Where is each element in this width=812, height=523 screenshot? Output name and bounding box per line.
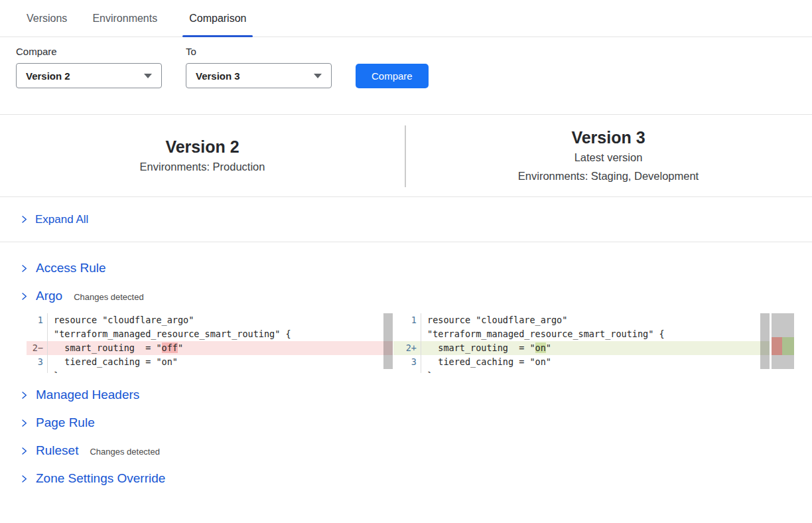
code-text: tiered_caching = "on" <box>421 355 551 369</box>
section-label: Page Rule <box>36 415 95 430</box>
line-number <box>393 327 421 341</box>
compare-to-select[interactable]: Version 3 <box>186 63 332 88</box>
code-text: smart_routing = "on" <box>421 341 551 355</box>
removed-token: off <box>162 342 178 353</box>
version-right-environments: Environments: Staging, Development <box>518 167 699 185</box>
diff-line: } <box>393 369 770 373</box>
code-text: } <box>421 369 433 373</box>
diff-line: 1 resource "cloudflare_argo" <box>27 313 393 327</box>
diff-line-removed: 2− smart_routing = "off" <box>27 341 393 355</box>
compare-from-field: Compare Version 2 <box>16 46 162 88</box>
changes-detected-badge: Changes detected <box>90 445 160 457</box>
chevron-down-icon <box>144 74 152 78</box>
code-text: tiered_caching = "on" <box>48 355 178 369</box>
line-number <box>27 327 48 341</box>
minimap-removed-marker <box>772 337 782 355</box>
section-label: Access Rule <box>36 261 106 275</box>
line-number: 1 <box>393 313 421 327</box>
compare-form: Compare Version 2 To Version 3 Compare <box>0 37 812 115</box>
compare-to-field: To Version 3 <box>186 46 332 88</box>
section-label: Ruleset <box>36 443 78 458</box>
code-text: "terraform_managed_resource_smart_routin… <box>48 327 291 341</box>
version-left-environments: Environments: Production <box>140 157 265 176</box>
section-row-managed-headers[interactable]: Managed Headers <box>0 381 812 409</box>
version-left-title: Version 2 <box>165 136 239 157</box>
diff-line-added: 2+ smart_routing = "on" <box>393 341 770 355</box>
tab-environments[interactable]: Environments <box>92 0 157 37</box>
section-row-zone-settings-override[interactable]: Zone Settings Override <box>0 465 812 492</box>
line-number: 2− <box>27 341 48 355</box>
section-row-access-rule[interactable]: Access Rule <box>0 254 812 282</box>
diff-left-pane: 1 resource "cloudflare_argo" "terraform_… <box>27 313 393 373</box>
chevron-right-icon <box>20 214 29 224</box>
code-text: "terraform_managed_resource_smart_routin… <box>421 327 665 341</box>
vertical-divider <box>405 125 406 187</box>
compare-from-select[interactable]: Version 2 <box>16 63 162 88</box>
compare-from-value: Version 2 <box>26 70 70 82</box>
compare-from-label: Compare <box>16 46 162 57</box>
version-right-panel: Version 3 Latest version Environments: S… <box>405 115 812 196</box>
version-left-panel: Version 2 Environments: Production <box>0 115 405 196</box>
section-row-argo[interactable]: Argo Changes detected <box>0 282 812 310</box>
minimap-added-marker <box>782 337 794 355</box>
expand-all-button[interactable]: Expand All <box>0 197 812 242</box>
section-label: Argo <box>36 289 62 303</box>
line-number <box>393 369 421 373</box>
diff-right-pane: 1 resource "cloudflare_argo" "terraform_… <box>393 313 770 373</box>
changes-detected-badge: Changes detected <box>74 291 144 302</box>
line-number: 1 <box>27 313 48 327</box>
tab-bar: Versions Environments Comparison <box>0 0 812 37</box>
chevron-down-icon <box>314 74 322 78</box>
section-row-ruleset[interactable]: Ruleset Changes detected <box>0 437 812 465</box>
section-row-page-rule[interactable]: Page Rule <box>0 409 812 437</box>
tab-comparison[interactable]: Comparison <box>182 0 253 37</box>
comparison-page: Versions Environments Comparison Compare… <box>0 0 812 523</box>
chevron-right-icon[interactable] <box>20 474 29 484</box>
chevron-right-icon[interactable] <box>20 446 29 456</box>
diff-line: 1 resource "cloudflare_argo" <box>393 313 770 327</box>
code-text: smart_routing = "off" <box>48 341 183 355</box>
code-text: resource "cloudflare_argo" <box>48 313 194 327</box>
diff-minimap[interactable] <box>772 313 794 369</box>
argo-diff-viewer: 1 resource "cloudflare_argo" "terraform_… <box>27 313 812 373</box>
diff-line: 3 tiered_caching = "on" <box>27 355 393 369</box>
diff-line: "terraform_managed_resource_smart_routin… <box>27 327 393 341</box>
chevron-right-icon[interactable] <box>20 390 29 400</box>
added-token: on <box>535 342 546 353</box>
code-text: resource "cloudflare_argo" <box>421 313 567 327</box>
compare-to-label: To <box>186 46 332 57</box>
version-right-latest: Latest version <box>575 148 643 167</box>
version-headers: Version 2 Environments: Production Versi… <box>0 115 812 197</box>
diff-line: "terraform_managed_resource_smart_routin… <box>393 327 770 341</box>
sections-list: Access Rule Argo Changes detected 1 reso… <box>0 242 812 492</box>
line-number: 2+ <box>393 341 421 355</box>
line-number: 3 <box>393 355 421 369</box>
line-number <box>27 369 48 373</box>
chevron-right-icon[interactable] <box>20 291 29 301</box>
scrollbar[interactable] <box>760 313 770 369</box>
chevron-right-icon[interactable] <box>20 263 29 273</box>
diff-line: 3 tiered_caching = "on" <box>393 355 770 369</box>
diff-line: } <box>27 369 393 373</box>
compare-to-value: Version 3 <box>196 70 240 82</box>
chevron-right-icon[interactable] <box>20 418 29 428</box>
scrollbar[interactable] <box>383 313 393 369</box>
expand-all-label: Expand All <box>35 213 88 226</box>
section-label: Zone Settings Override <box>36 471 165 486</box>
compare-button[interactable]: Compare <box>356 64 429 88</box>
tab-versions[interactable]: Versions <box>27 0 67 37</box>
section-label: Managed Headers <box>36 388 139 402</box>
line-number: 3 <box>27 355 48 369</box>
code-text: } <box>48 369 59 373</box>
version-right-title: Version 3 <box>571 127 645 148</box>
